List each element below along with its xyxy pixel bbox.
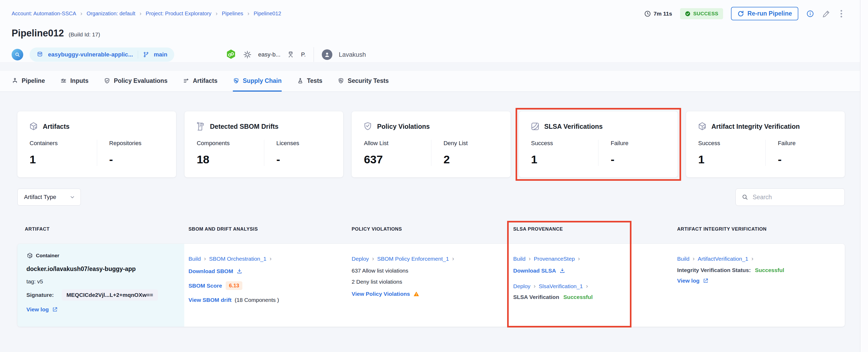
trigger-abbrev: P. [301, 51, 306, 58]
edit-pipeline-button[interactable] [822, 9, 831, 18]
sbom-score-link[interactable]: SBOM Score [188, 283, 222, 289]
scrollbar-gutter[interactable] [860, 0, 868, 352]
pill-divider [138, 51, 138, 59]
stat-integrity-success: Success 1 [697, 140, 766, 166]
view-log-link[interactable]: View log [26, 306, 58, 313]
inputs-icon [60, 77, 67, 84]
summary-cards: Artifacts Containers 1 Repositories - [18, 111, 845, 177]
sbom-scroll-icon [196, 121, 206, 131]
stat-deny-list: Deny List 2 [431, 140, 499, 166]
card-artifacts: Artifacts Containers 1 Repositories - [18, 111, 176, 177]
download-slsa-link[interactable]: Download SLSA [513, 267, 565, 274]
signature-value[interactable]: MEQCICde2Vjl...L+2+mqnOXw== [62, 289, 158, 300]
repo-branch-chip[interactable]: easybuggy-vulnerable-applic... main [30, 47, 174, 62]
search-box [736, 188, 845, 206]
user-avatar [322, 49, 332, 60]
sbom-cell: Build › SBOM Orchestration_1 › Download … [188, 244, 352, 327]
step-link[interactable]: ArtifactVerification_1 [698, 256, 748, 262]
title-row: Pipeline012 (Build Id: 17) [11, 28, 844, 39]
page-header: Account: Automation-SSCA › Organization:… [0, 0, 860, 62]
artifact-type-dropdown[interactable]: Artifact Type [18, 189, 81, 205]
card-title-row: SLSA Verifications [530, 121, 666, 131]
deny-list-violations: 2 Deny list violations [352, 279, 505, 285]
tab-inputs[interactable]: Inputs [60, 71, 88, 92]
breadcrumb-pipeline012[interactable]: Pipeline012 [254, 10, 281, 17]
execution-meta-row: easybuggy-vulnerable-applic... main easy… [11, 47, 844, 62]
user-name: Lavakush [339, 51, 366, 58]
search-input[interactable] [753, 194, 839, 201]
artifacts-icon [183, 77, 189, 84]
step-link[interactable]: SlsaVerification_1 [539, 283, 583, 289]
slsa-icon [530, 121, 540, 131]
chevron-right-icon: › [751, 255, 753, 262]
artifact-integrity-cell: Build › ArtifactVerification_1 › Integri… [677, 244, 845, 327]
card-stats: Containers 1 Repositories - [29, 140, 165, 166]
more-options-menu[interactable] [838, 9, 844, 19]
allow-list-violations: 637 Allow list violations [352, 267, 505, 274]
stage-link[interactable]: Build [188, 256, 201, 262]
chevron-right-icon: › [140, 10, 141, 17]
sbom-step-path: Build › SBOM Orchestration_1 › [188, 255, 344, 262]
stage-link[interactable]: Build [677, 256, 689, 262]
artifact-name: docker.io/lavakush07/easy-buggy-app [26, 265, 176, 273]
stage-link[interactable]: Build [513, 256, 526, 262]
download-sbom-link[interactable]: Download SBOM [188, 268, 243, 275]
external-link-icon [703, 278, 709, 284]
tab-policy-evaluations[interactable]: Policy Evaluations [104, 71, 167, 92]
integrity-step-path: Build › ArtifactVerification_1 › [677, 255, 837, 262]
breadcrumb-account[interactable]: Account: Automation-SSCA [11, 10, 76, 17]
flask-icon [297, 77, 304, 84]
tab-tests[interactable]: Tests [297, 71, 322, 92]
search-icon [742, 194, 748, 200]
tab-pipeline[interactable]: Pipeline [11, 71, 45, 92]
tab-supply-chain[interactable]: Supply Chain [233, 71, 282, 92]
status-badge: SUCCESS [680, 8, 723, 19]
card-stats: Components 18 Licenses - [196, 140, 332, 166]
stat-slsa-failure: Failure - [598, 140, 666, 166]
col-policy-violations: POLICY VIOLATIONS [352, 226, 513, 232]
breadcrumb-pipelines[interactable]: Pipelines [222, 10, 243, 17]
col-slsa-provenance: SLSA PROVENANCE [513, 226, 677, 232]
slsa-verification-step-path: Deploy › SlsaVerification_1 › [513, 283, 669, 290]
stat-repositories: Repositories - [97, 140, 165, 166]
git-branch-icon [143, 52, 149, 58]
build-id: (Build Id: 17) [69, 31, 100, 38]
pencil-icon [822, 9, 831, 18]
view-sbom-drift-link[interactable]: View SBOM drift [188, 297, 231, 303]
artifact-type-badge: Container [26, 252, 176, 259]
step-link[interactable]: ProvenanceStep [534, 256, 575, 262]
service-node-icon [287, 51, 294, 59]
tab-security-tests[interactable]: Security Tests [338, 71, 389, 92]
repo-name[interactable]: easybuggy-vulnerable-applic... [48, 51, 133, 58]
info-button[interactable] [806, 10, 814, 18]
codebase-icon [11, 49, 23, 60]
chevron-right-icon: › [81, 10, 82, 17]
step-link[interactable]: SBOM Policy Enforcement_1 [377, 256, 449, 262]
artifact-tag: tag: v5 [26, 278, 176, 285]
tab-artifacts[interactable]: Artifacts [183, 71, 217, 92]
breadcrumb-project[interactable]: Project: Product Exploratory [146, 10, 212, 17]
rerun-pipeline-button[interactable]: Re-run Pipeline [731, 7, 798, 20]
cube-icon [697, 121, 707, 131]
branch-name[interactable]: main [154, 51, 167, 58]
shield-check-icon [104, 77, 110, 84]
stat-components: Components 18 [196, 140, 264, 166]
stat-slsa-success: Success 1 [530, 140, 598, 166]
table-row: Container docker.io/lavakush07/easy-bugg… [18, 244, 845, 327]
breadcrumb-organization[interactable]: Organization: default [87, 10, 135, 17]
step-link[interactable]: SBOM Orchestration_1 [209, 256, 267, 262]
refresh-icon [737, 10, 744, 17]
stage-link[interactable]: Deploy [513, 283, 530, 289]
view-log-link[interactable]: View log [677, 278, 709, 284]
cube-icon [26, 252, 33, 259]
stage-link[interactable]: Deploy [352, 256, 369, 262]
trigger-type-icon [225, 49, 237, 60]
view-policy-violations-link[interactable]: View Policy Violations [352, 291, 420, 297]
execution-toolbar: 7m 11s SUCCESS Re-run Pipeline [644, 7, 844, 20]
card-title-row: Detected SBOM Drifts [196, 121, 332, 131]
clock-icon [644, 10, 651, 17]
card-title-row: Artifact Integrity Verification [697, 121, 834, 131]
trigger-name[interactable]: easy-b... [258, 51, 280, 58]
stat-licenses: Licenses - [264, 140, 332, 166]
execution-tabs: Pipeline Inputs Policy Evaluations Artif… [0, 71, 860, 92]
